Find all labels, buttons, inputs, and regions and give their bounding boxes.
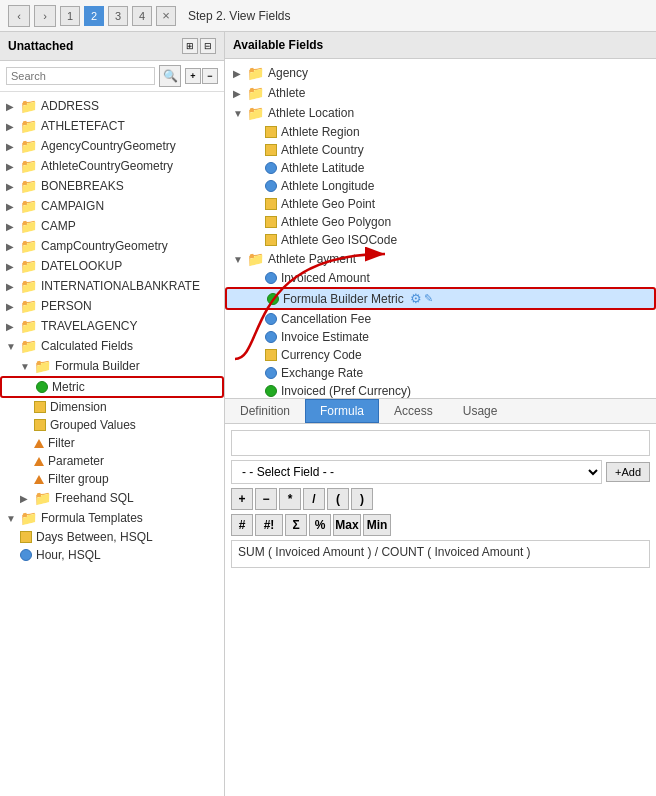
tab-access[interactable]: Access	[379, 399, 448, 423]
formula-buttons-row1: + − * / ( )	[231, 488, 650, 510]
folder-icon: 📁	[247, 85, 264, 101]
list-item-currency-code[interactable]: Currency Code	[225, 346, 656, 364]
list-item-athlete-location[interactable]: ▼ 📁 Athlete Location	[225, 103, 656, 123]
list-item-athlete-longitude[interactable]: Athlete Longitude	[225, 177, 656, 195]
sidebar-item-filter[interactable]: Filter	[0, 434, 224, 452]
sidebar-item-campaign[interactable]: ▶ 📁 CAMPAIGN	[0, 196, 224, 216]
nav-next-button[interactable]: ›	[34, 5, 56, 27]
left-panel-header-icons: ⊞ ⊟	[182, 38, 216, 54]
list-item-athlete-payment[interactable]: ▼ 📁 Athlete Payment	[225, 249, 656, 269]
list-item-athlete-geo-polygon[interactable]: Athlete Geo Polygon	[225, 213, 656, 231]
sidebar-item-metric[interactable]: Metric	[0, 376, 224, 398]
percent-button[interactable]: %	[309, 514, 331, 536]
nav-prev-button[interactable]: ‹	[8, 5, 30, 27]
square-icon	[265, 349, 277, 361]
sidebar-item-dimension[interactable]: Dimension	[0, 398, 224, 416]
search-input[interactable]	[6, 67, 155, 85]
hash-excl-button[interactable]: #!	[255, 514, 283, 536]
sidebar-item-agencycountrygeometry[interactable]: ▶ 📁 AgencyCountryGeometry	[0, 136, 224, 156]
sidebar-item-formula-builder[interactable]: ▼ 📁 Formula Builder	[0, 356, 224, 376]
sidebar-item-hour-hsql[interactable]: Hour, HSQL	[0, 546, 224, 564]
search-button[interactable]: 🔍	[159, 65, 181, 87]
sidebar-item-datelookup[interactable]: ▶ 📁 DATELOOKUP	[0, 256, 224, 276]
sidebar-item-bonebreaks[interactable]: ▶ 📁 BONEBREAKS	[0, 176, 224, 196]
open-paren-button[interactable]: (	[327, 488, 349, 510]
sidebar-item-internationalbankrate[interactable]: ▶ 📁 INTERNATIONALBANKRATE	[0, 276, 224, 296]
list-item-athlete-geo-isocode[interactable]: Athlete Geo ISOCode	[225, 231, 656, 249]
sidebar-item-address[interactable]: ▶ 📁 ADDRESS	[0, 96, 224, 116]
arrow-icon: ▶	[6, 201, 18, 212]
triangle-icon	[34, 439, 44, 448]
list-item-formula-builder-metric[interactable]: Formula Builder Metric ⚙ ✎	[225, 287, 656, 310]
list-item-agency[interactable]: ▶ 📁 Agency	[225, 63, 656, 83]
folder-icon: 📁	[20, 198, 37, 214]
close-paren-button[interactable]: )	[351, 488, 373, 510]
folder-icon: 📁	[20, 258, 37, 274]
step-4[interactable]: 4	[132, 6, 152, 26]
sidebar-item-athletefact[interactable]: ▶ 📁 ATHLETEFACT	[0, 116, 224, 136]
sidebar-item-label: PERSON	[41, 299, 92, 313]
step-1[interactable]: 1	[60, 6, 80, 26]
square-icon	[265, 216, 277, 228]
add-button[interactable]: +Add	[606, 462, 650, 482]
sigma-button[interactable]: Σ	[285, 514, 307, 536]
list-item-athlete-latitude[interactable]: Athlete Latitude	[225, 159, 656, 177]
list-item-athlete-region[interactable]: Athlete Region	[225, 123, 656, 141]
sidebar-item-calculated-fields[interactable]: ▼ 📁 Calculated Fields	[0, 336, 224, 356]
right-panel-title: Available Fields	[233, 38, 323, 52]
item-label: Agency	[268, 66, 308, 80]
select-field[interactable]: - - Select Field - -	[231, 460, 602, 484]
list-item-invoiced-amount[interactable]: Invoiced Amount	[225, 269, 656, 287]
sidebar-item-label: ATHLETEFACT	[41, 119, 125, 133]
tab-usage[interactable]: Usage	[448, 399, 513, 423]
close-button[interactable]: ×	[156, 6, 176, 26]
expand-all-icon[interactable]: ⊞	[182, 38, 198, 54]
collapse-btn[interactable]: −	[202, 68, 218, 84]
sidebar-item-formula-templates[interactable]: ▼ 📁 Formula Templates	[0, 508, 224, 528]
min-button[interactable]: Min	[363, 514, 391, 536]
sidebar-item-days-between[interactable]: Days Between, HSQL	[0, 528, 224, 546]
multiply-button[interactable]: *	[279, 488, 301, 510]
gear-icon: ⚙	[410, 291, 422, 306]
sidebar-item-label: DATELOOKUP	[41, 259, 122, 273]
list-item-invoice-estimate[interactable]: Invoice Estimate	[225, 328, 656, 346]
sidebar-item-person[interactable]: ▶ 📁 PERSON	[0, 296, 224, 316]
formula-input[interactable]	[231, 430, 650, 456]
sidebar-item-label: CampCountryGeometry	[41, 239, 168, 253]
step-2[interactable]: 2	[84, 6, 104, 26]
hash-button[interactable]: #	[231, 514, 253, 536]
plus-button[interactable]: +	[231, 488, 253, 510]
expand-btn[interactable]: +	[185, 68, 201, 84]
sidebar-item-athletecountrygeometry[interactable]: ▶ 📁 AthleteCountryGeometry	[0, 156, 224, 176]
list-item-athlete[interactable]: ▶ 📁 Athlete	[225, 83, 656, 103]
formula-text-display: SUM ( Invoiced Amount ) / COUNT ( Invoic…	[231, 540, 650, 568]
arrow-icon: ▼	[20, 361, 32, 372]
collapse-all-icon[interactable]: ⊟	[200, 38, 216, 54]
list-item-cancellation-fee[interactable]: Cancellation Fee	[225, 310, 656, 328]
arrow-icon: ▶	[233, 88, 245, 99]
list-item-athlete-country[interactable]: Athlete Country	[225, 141, 656, 159]
folder-icon: 📁	[20, 318, 37, 334]
folder-icon: 📁	[34, 358, 51, 374]
sidebar-item-freehand-sql[interactable]: ▶ 📁 Freehand SQL	[0, 488, 224, 508]
list-item-invoiced-pref-currency[interactable]: Invoiced (Pref Currency)	[225, 382, 656, 399]
tab-definition[interactable]: Definition	[225, 399, 305, 423]
list-item-athlete-geo-point[interactable]: Athlete Geo Point	[225, 195, 656, 213]
list-item-exchange-rate[interactable]: Exchange Rate	[225, 364, 656, 382]
arrow-icon: ▼	[233, 254, 245, 265]
sidebar-item-travelagency[interactable]: ▶ 📁 TRAVELAGENCY	[0, 316, 224, 336]
right-panel: Available Fields ▶ 📁 Agency	[225, 32, 656, 796]
arrow-icon: ▶	[6, 281, 18, 292]
square-icon	[20, 531, 32, 543]
sidebar-item-campcountrygeometry[interactable]: ▶ 📁 CampCountryGeometry	[0, 236, 224, 256]
sidebar-item-parameter[interactable]: Parameter	[0, 452, 224, 470]
tab-formula[interactable]: Formula	[305, 399, 379, 423]
divide-button[interactable]: /	[303, 488, 325, 510]
step-3[interactable]: 3	[108, 6, 128, 26]
item-label: Cancellation Fee	[281, 312, 371, 326]
sidebar-item-grouped-values[interactable]: Grouped Values	[0, 416, 224, 434]
sidebar-item-camp[interactable]: ▶ 📁 CAMP	[0, 216, 224, 236]
minus-button[interactable]: −	[255, 488, 277, 510]
max-button[interactable]: Max	[333, 514, 361, 536]
sidebar-item-filter-group[interactable]: Filter group	[0, 470, 224, 488]
